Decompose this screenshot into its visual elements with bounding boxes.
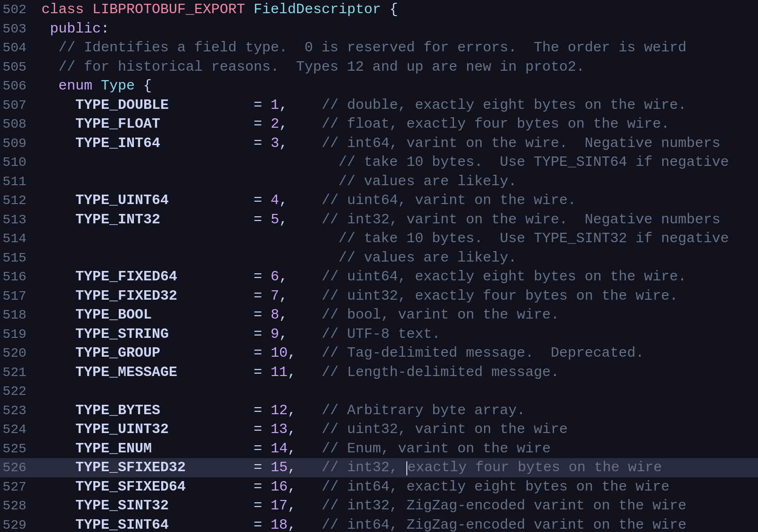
token-operator: =: [254, 307, 262, 323]
token-type-field: TYPE_BOOL: [41, 307, 152, 323]
token-identifier: [296, 517, 321, 532]
token-type-field: TYPE_INT64: [41, 135, 160, 151]
line-content: TYPE_MESSAGE = 11, // Length-delimited m…: [38, 363, 758, 382]
code-line: 502class LIBPROTOBUF_EXPORT FieldDescrip…: [0, 0, 758, 19]
token-type-field: TYPE_INT32: [41, 212, 160, 228]
token-punctuation: ,: [279, 97, 288, 113]
line-number: 523: [0, 402, 38, 420]
token-identifier: [262, 288, 271, 304]
token-identifier: [296, 479, 321, 495]
token-identifier: [262, 97, 271, 113]
token-punctuation: ,: [288, 479, 296, 495]
code-line: 521 TYPE_MESSAGE = 11, // Length-delimit…: [0, 363, 758, 382]
token-identifier: [288, 135, 321, 151]
token-identifier: [262, 135, 271, 151]
token-identifier: [296, 459, 321, 475]
token-punctuation: ,: [288, 402, 296, 418]
code-line: 507 TYPE_DOUBLE = 1, // double, exactly …: [0, 96, 758, 115]
token-identifier: [160, 116, 254, 132]
token-type-field: TYPE_UINT32: [41, 421, 169, 437]
token-type-field: TYPE_FLOAT: [41, 116, 160, 132]
token-identifier: [186, 479, 254, 495]
token-identifier: [288, 116, 321, 132]
token-punctuation: ,: [279, 212, 288, 228]
line-content: TYPE_UINT64 = 4, // uint64, varint on th…: [38, 191, 758, 210]
line-number: 502: [0, 1, 38, 19]
token-operator: =: [254, 498, 262, 514]
token-comment: // int64, ZigZag-encoded varint on the w…: [321, 517, 686, 532]
line-content: enum Type {: [38, 76, 758, 96]
token-identifier: [262, 192, 271, 208]
token-type-field: TYPE_GROUP: [41, 345, 160, 361]
token-comment: // int64, exactly eight bytes on the wir…: [321, 479, 669, 495]
token-identifier: [262, 517, 271, 532]
token-number: 2: [271, 116, 279, 132]
token-comment: // Identifies a field type. 0 is reserve…: [58, 40, 686, 56]
line-content: // values are likely.: [38, 248, 758, 268]
token-class-name: FieldDescriptor: [254, 1, 381, 17]
token-operator: =: [254, 421, 262, 437]
code-line: 517 TYPE_FIXED32 = 7, // uint32, exactly…: [0, 286, 758, 306]
token-comment: // float, exactly four bytes on the wire…: [321, 116, 669, 132]
line-number: 514: [0, 230, 38, 248]
token-comment: // int64, varint on the wire. Negative n…: [321, 135, 720, 151]
token-identifier: [288, 288, 321, 304]
token-operator: =: [254, 345, 262, 361]
line-content: // take 10 bytes. Use TYPE_SINT64 if neg…: [38, 153, 758, 172]
token-type-field: TYPE_FIXED32: [41, 288, 177, 304]
token-identifier: [177, 364, 254, 380]
token-macro: LIBPROTOBUF_EXPORT: [92, 1, 245, 17]
token-operator: =: [254, 402, 262, 418]
code-line: 504 // Identifies a field type. 0 is res…: [0, 38, 758, 57]
line-number: 505: [0, 58, 38, 76]
token-type-field: TYPE_STRING: [41, 326, 169, 342]
token-punctuation: ,: [288, 421, 296, 437]
line-content: TYPE_INT32 = 5, // int32, varint on the …: [38, 210, 758, 229]
line-number: 512: [0, 192, 38, 210]
code-line: 510 // take 10 bytes. Use TYPE_SINT64 if…: [0, 153, 758, 172]
token-number: 4: [271, 192, 279, 208]
token-operator: =: [254, 135, 262, 151]
line-content: // Identifies a field type. 0 is reserve…: [38, 38, 758, 57]
line-number: 520: [0, 344, 38, 362]
code-editor: 502class LIBPROTOBUF_EXPORT FieldDescrip…: [0, 0, 758, 532]
line-number: 513: [0, 211, 38, 229]
token-comment: // Length-delimited message.: [321, 364, 559, 380]
token-comment: // Arbitrary byte array.: [321, 402, 525, 418]
token-comment: // int32,: [321, 459, 406, 475]
line-number: 524: [0, 421, 38, 439]
line-number: 527: [0, 478, 38, 496]
code-line: 514 // take 10 bytes. Use TYPE_SINT32 if…: [0, 229, 758, 248]
code-line: 506 enum Type {: [0, 76, 758, 96]
line-content: TYPE_FIXED64 = 6, // uint64, exactly eig…: [38, 267, 758, 286]
code-line: 522: [0, 382, 758, 401]
token-identifier: [296, 364, 321, 380]
token-comment: // uint32, exactly four bytes on the wir…: [321, 288, 678, 304]
line-content: [38, 382, 758, 401]
line-number: 509: [0, 135, 38, 153]
token-identifier: [41, 21, 50, 37]
code-line: 525 TYPE_ENUM = 14, // Enum, varint on t…: [0, 439, 758, 458]
token-identifier: [296, 402, 321, 418]
line-content: public:: [38, 19, 758, 39]
token-identifier: [262, 402, 271, 418]
token-punctuation: {: [135, 78, 152, 94]
code-line: 516 TYPE_FIXED64 = 6, // uint64, exactly…: [0, 267, 758, 286]
token-number: 12: [271, 402, 288, 418]
token-operator: =: [254, 364, 262, 380]
line-number: 507: [0, 97, 38, 115]
token-identifier: [41, 59, 58, 75]
code-line: 528 TYPE_SINT32 = 17, // int32, ZigZag-e…: [0, 496, 758, 516]
token-identifier: [262, 459, 271, 475]
token-identifier: [262, 479, 271, 495]
token-number: 1: [271, 97, 279, 113]
token-type-field: TYPE_BYTES: [41, 402, 160, 418]
token-identifier: [296, 498, 321, 514]
token-identifier: [152, 441, 254, 457]
token-type-field: TYPE_MESSAGE: [41, 364, 177, 380]
token-number: 16: [271, 479, 288, 495]
line-number: 528: [0, 497, 38, 515]
line-content: TYPE_BOOL = 8, // bool, varint on the wi…: [38, 305, 758, 325]
token-comment: // values are likely.: [41, 250, 517, 266]
line-content: // take 10 bytes. Use TYPE_SINT32 if neg…: [38, 229, 758, 248]
